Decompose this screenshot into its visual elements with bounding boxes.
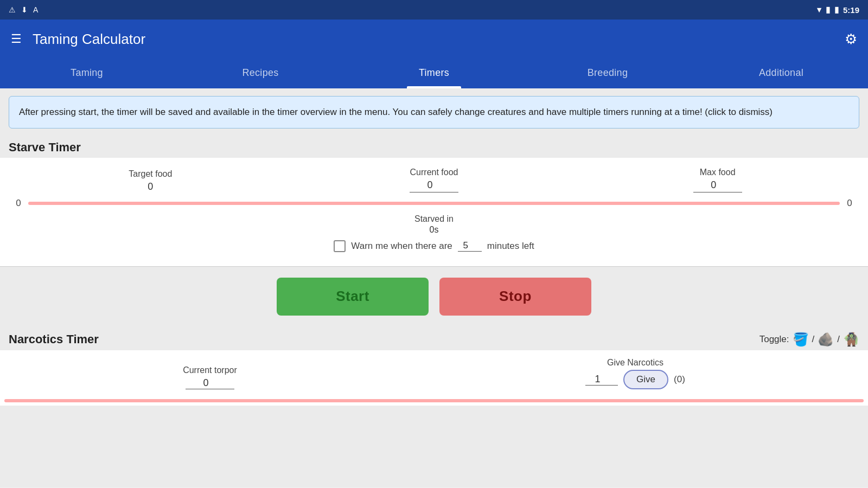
- narcotics-slider-track[interactable]: [4, 399, 864, 402]
- target-food-col: Target food 0: [118, 169, 183, 192]
- warn-row: Warn me when there are minutes left: [9, 240, 859, 252]
- give-count: (0): [674, 374, 685, 385]
- current-torpor-input[interactable]: [186, 377, 234, 389]
- battery-icon: ▮: [834, 5, 839, 15]
- narcotics-grid: Current torpor Give Narcotics Give (0): [0, 350, 868, 395]
- app-bar: ☰ Taming Calculator ⚙: [0, 20, 868, 59]
- buttons-row: Start Stop: [0, 267, 868, 326]
- max-food-col: Max food: [685, 168, 750, 192]
- slider-right-value: 0: [844, 198, 855, 209]
- current-food-label: Current food: [410, 168, 458, 177]
- menu-icon[interactable]: ☰: [11, 32, 22, 46]
- give-button[interactable]: Give: [623, 370, 668, 389]
- food-slider-row: 0 0: [9, 198, 859, 209]
- give-narcotics-label: Give Narcotics: [607, 358, 663, 368]
- starve-timer-title: Starve Timer: [0, 136, 868, 158]
- toggle-label: Toggle:: [760, 334, 789, 345]
- warn-text: Warn me when there are: [351, 241, 452, 252]
- warning-icon: ⚠: [9, 5, 16, 14]
- status-bar: ⚠ ⬇ A ▾ ▮ ▮ 5:19: [0, 0, 868, 20]
- current-food-input[interactable]: [410, 179, 458, 192]
- starve-timer-grid: Target food 0 Current food Max food 0 0 …: [0, 158, 868, 266]
- content-area: After pressing start, the timer will be …: [0, 88, 868, 487]
- target-food-label: Target food: [129, 169, 172, 179]
- food-slider-track[interactable]: [28, 202, 840, 205]
- starved-in-row: Starved in 0s: [9, 214, 859, 235]
- narcotics-header: Narcotics Timer Toggle: 🪣 / 🪨 / 🧌: [0, 326, 868, 350]
- status-bar-left: ⚠ ⬇ A: [9, 5, 38, 14]
- current-torpor-col: Current torpor: [183, 365, 237, 389]
- current-food-col: Current food: [401, 168, 467, 192]
- starved-in-value: 0s: [430, 225, 439, 235]
- signal-icon: ▮: [826, 5, 830, 15]
- separator-1: /: [812, 334, 815, 345]
- separator-2: /: [837, 334, 840, 345]
- max-food-input[interactable]: [693, 179, 742, 192]
- tab-additional[interactable]: Additional: [694, 59, 868, 87]
- info-banner[interactable]: After pressing start, the timer will be …: [9, 96, 859, 129]
- slider-left-value: 0: [13, 198, 24, 209]
- wifi-icon: ▾: [817, 5, 821, 15]
- tab-timers[interactable]: Timers: [347, 59, 521, 87]
- narcotic-icon-1[interactable]: 🪣: [793, 332, 809, 347]
- download-icon: ⬇: [21, 5, 28, 14]
- a-icon: A: [33, 5, 38, 14]
- status-bar-right: ▾ ▮ ▮ 5:19: [817, 5, 859, 15]
- give-narcotics-col: Give Narcotics Give (0): [585, 358, 685, 389]
- starved-in-label: Starved in: [414, 214, 454, 224]
- warn-checkbox[interactable]: [334, 240, 346, 252]
- narcotics-slider-row: [0, 395, 868, 406]
- warn-minutes-input[interactable]: [458, 240, 482, 252]
- start-button[interactable]: Start: [277, 278, 429, 316]
- max-food-label: Max food: [700, 168, 736, 177]
- current-torpor-label: Current torpor: [183, 365, 237, 375]
- narcotics-amount-input[interactable]: [585, 374, 618, 386]
- food-row: Target food 0 Current food Max food: [9, 168, 859, 192]
- warn-suffix: minutes left: [487, 241, 534, 252]
- status-time: 5:19: [843, 5, 859, 15]
- narcotic-icon-2[interactable]: 🪨: [818, 332, 834, 347]
- give-row: Give (0): [585, 370, 685, 389]
- tab-recipes[interactable]: Recipes: [174, 59, 347, 87]
- narcotic-icon-3[interactable]: 🧌: [843, 332, 859, 347]
- app-title: Taming Calculator: [33, 31, 845, 48]
- tab-taming[interactable]: Taming: [0, 59, 174, 87]
- tab-breeding[interactable]: Breeding: [521, 59, 694, 87]
- stop-button[interactable]: Stop: [439, 278, 591, 316]
- target-food-value: 0: [148, 181, 153, 192]
- settings-icon[interactable]: ⚙: [845, 31, 857, 48]
- tabs-bar: Taming Recipes Timers Breeding Additiona…: [0, 59, 868, 88]
- narcotics-timer-title: Narcotics Timer: [9, 332, 99, 346]
- toggle-row: Toggle: 🪣 / 🪨 / 🧌: [760, 332, 859, 347]
